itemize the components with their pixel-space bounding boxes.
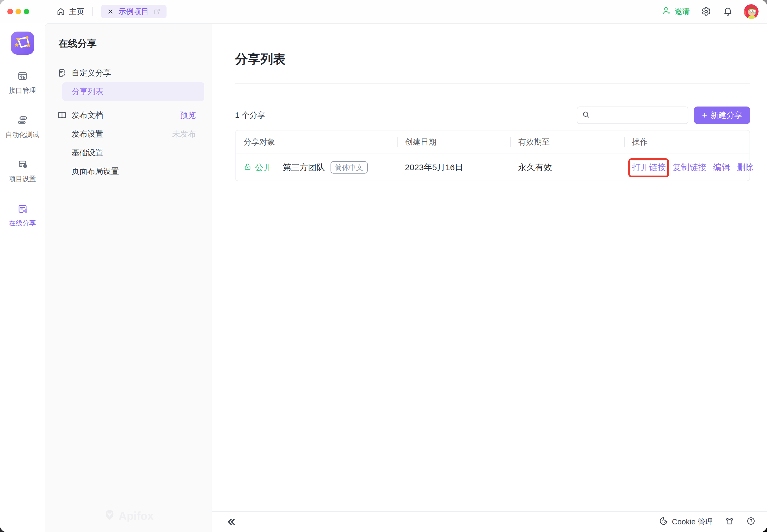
app-body: 接口管理 自动化测试 [0,23,767,532]
project-tab-label: 示例项目 [118,6,149,17]
sidebar-item-custom-share[interactable]: 自定义分享 [57,67,196,79]
rail-item-api-management[interactable]: 接口管理 [1,70,44,95]
minimize-window-button[interactable] [15,9,21,14]
column-header-created-date: 创建日期 [397,137,510,147]
sidebar-title: 在线分享 [58,37,212,50]
close-tab-icon[interactable] [107,8,114,15]
rail-item-label: 自动化测试 [6,130,39,139]
sidebar-item-label: 发布文档 [72,110,103,121]
share-count-text: 1 个分享 [235,110,265,121]
share-table: 分享对象 创建日期 有效期至 操作 [235,130,750,181]
apifox-fox-icon [103,509,116,524]
top-bar: 主页 示例项目 [0,0,767,23]
language-tag: 简体中文 [331,161,368,174]
zoom-window-button[interactable] [24,9,29,14]
window-controls [7,9,29,14]
main-content: 分享列表 1 个分享 [212,24,767,532]
collapse-sidebar-icon[interactable] [226,516,237,527]
home-tab[interactable]: 主页 [56,6,84,17]
column-header-share-target: 分享对象 [236,137,397,147]
sidebar-item-label: 页面布局设置 [72,166,119,177]
rail-item-project-settings[interactable]: 项目设置 [1,159,44,183]
project-settings-icon [17,159,28,172]
cell-share-target: 公开 第三方团队 简体中文 [236,161,397,174]
column-header-actions: 操作 [624,137,750,147]
new-share-button-label: 新建分享 [711,110,742,121]
new-share-button[interactable]: + 新建分享 [694,107,750,124]
cookie-manage-button[interactable]: Cookie 管理 [659,516,713,528]
sidebar-item-basic-settings[interactable]: 基础设置 [72,147,196,158]
topbar-actions: 邀请 [662,4,759,19]
edit-action[interactable]: 编辑 [713,162,730,173]
automated-testing-icon [17,115,28,128]
open-link-action[interactable]: 打开链接 [632,162,666,173]
rail-item-label: 在线分享 [9,219,36,228]
sidebar-item-publish-settings[interactable]: 发布设置 未发布 [72,128,196,140]
share-sidebar: 在线分享 自定义分享 分享列表 [45,24,212,532]
sidebar-item-page-layout-settings[interactable]: 页面布局设置 [72,166,196,177]
invite-button[interactable]: 邀请 [662,6,690,17]
table-header-row: 分享对象 创建日期 有效期至 操作 [236,130,750,154]
page-title: 分享列表 [235,51,750,68]
settings-gear-icon[interactable] [701,6,712,17]
bottom-right-actions: Cookie 管理 [659,516,756,528]
apifox-watermark: Apifox [103,509,154,524]
delete-action[interactable]: 删除 [737,162,754,173]
search-icon [582,110,590,120]
cookie-icon [659,516,668,528]
close-window-button[interactable] [7,9,13,14]
share-name: 第三方团队 [283,162,325,173]
copy-link-action[interactable]: 复制链接 [673,162,706,173]
cookie-manage-label: Cookie 管理 [672,517,713,527]
external-link-icon[interactable] [153,8,161,15]
visibility-label: 公开 [255,162,272,173]
title-divider [235,83,750,84]
rail-item-label: 接口管理 [9,86,36,95]
bottom-bar: Cookie 管理 [212,511,767,532]
topbar-separator [92,7,93,16]
app-window: 主页 示例项目 [0,0,767,532]
user-avatar[interactable] [744,4,759,19]
sidebar-item-label: 自定义分享 [72,68,111,78]
unlock-icon [243,162,252,173]
sidebar-item-share-list[interactable]: 分享列表 [62,82,204,101]
notifications-bell-icon[interactable] [722,6,733,17]
search-box[interactable] [577,107,688,124]
search-input[interactable] [594,111,688,120]
online-share-icon [17,203,28,216]
plus-icon: + [702,111,707,120]
sidebar-item-publish-doc[interactable]: 发布文档 预览 [57,109,196,121]
api-management-icon [17,70,28,83]
cell-created-date: 2023年5月16日 [397,162,510,173]
content-panel: 在线分享 自定义分享 分享列表 [45,23,767,532]
sidebar-item-label: 发布设置 [72,129,103,139]
person-plus-icon [662,6,672,17]
cell-actions: 打开链接 复制链接 编辑 删除 [624,162,754,173]
rail-item-online-share[interactable]: 在线分享 [1,203,44,228]
custom-share-icon [57,68,67,78]
publish-doc-book-icon [57,110,67,120]
share-toolbar: 1 个分享 + 新建分享 [235,107,750,124]
rail-item-label: 项目设置 [9,174,36,183]
publish-status-text: 未发布 [172,129,196,139]
left-rail: 接口管理 自动化测试 [0,23,45,532]
tab-example-project[interactable]: 示例项目 [101,5,167,18]
rail-item-automated-testing[interactable]: 自动化测试 [1,115,44,139]
cell-valid-until: 永久有效 [510,162,624,173]
home-tab-label: 主页 [69,6,84,17]
table-row[interactable]: 公开 第三方团队 简体中文 2023年5月16日 永久有效 打开链接 复制链接 … [236,154,750,181]
apifox-watermark-text: Apifox [119,510,154,522]
rail-nav: 接口管理 自动化测试 [1,70,44,228]
apifox-logo[interactable] [11,32,34,55]
column-header-valid-until: 有效期至 [510,137,624,147]
sidebar-item-label: 基础设置 [72,147,103,158]
home-icon [56,7,65,16]
invite-label: 邀请 [675,6,690,17]
preview-link[interactable]: 预览 [180,110,196,121]
theme-tshirt-icon[interactable] [725,516,734,528]
visibility-badge: 公开 [243,162,272,173]
help-icon[interactable] [746,516,756,528]
